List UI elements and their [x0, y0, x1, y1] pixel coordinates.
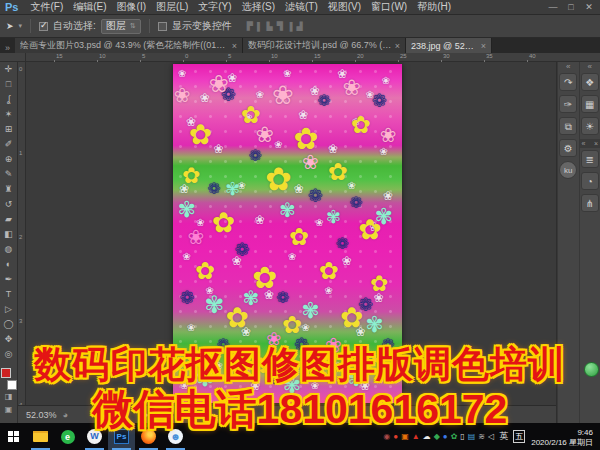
menu-item[interactable]: 图像(I): [112, 0, 151, 14]
tray-icon[interactable]: ●: [443, 433, 448, 441]
status-arrow-icon[interactable]: ▶: [144, 411, 149, 419]
menu-item[interactable]: 滤镜(T): [280, 0, 323, 14]
menu-item[interactable]: 文字(Y): [193, 0, 236, 14]
chevron-down-icon[interactable]: ▾: [19, 22, 23, 30]
foreground-color-swatch[interactable]: [1, 368, 11, 378]
panel-ku-badge-icon[interactable]: ku: [559, 161, 577, 179]
tray-icon[interactable]: ☁: [423, 433, 431, 441]
taskbar-browser-360-icon[interactable]: e: [54, 423, 81, 450]
tool-eyedropper[interactable]: ✐: [0, 137, 18, 152]
tool-history-brush[interactable]: ↺: [0, 197, 18, 212]
tool-eraser[interactable]: ▰: [0, 212, 18, 227]
language-indicator[interactable]: 英: [497, 430, 510, 443]
canvas-image[interactable]: ❀❀❀❀❀❀❀❀❀❀❀❀❀❀❀❀❀❀❀❀❀❀❀❀❀❀❀❀❀❀❀❀❀❀❀❀❀❀❀❀…: [173, 64, 402, 403]
restore-button[interactable]: □: [563, 2, 579, 12]
tray-icon[interactable]: ●: [393, 433, 398, 441]
tool-pen[interactable]: ✒: [0, 272, 18, 287]
ime-indicator[interactable]: 五: [513, 430, 525, 443]
move-tool-icon[interactable]: ➤: [6, 21, 14, 31]
tab-close-icon[interactable]: ×: [232, 41, 237, 51]
menu-item[interactable]: 文件(F): [25, 0, 68, 14]
document-tab[interactable]: 238.jpg @ 52%(RGB/8#)×: [406, 38, 492, 53]
tray-icon[interactable]: ≋: [478, 433, 485, 441]
taskbar-clock[interactable]: 9:46 2020/2/16 星期日: [528, 426, 597, 448]
floating-green-badge[interactable]: [584, 362, 599, 377]
menu-item[interactable]: 图层(L): [151, 0, 193, 14]
flower-glyph: ❀: [272, 82, 294, 108]
align-icon[interactable]: ▜: [277, 22, 283, 31]
taskbar-word-icon[interactable]: W: [81, 423, 108, 450]
background-color-swatch[interactable]: [7, 380, 17, 390]
taskbar-contacts-icon[interactable]: ☻: [162, 423, 189, 450]
panel-history-icon[interactable]: ↷: [559, 73, 577, 91]
collapse-panels-icon[interactable]: «: [566, 62, 570, 71]
taskbar-explorer-icon[interactable]: [27, 423, 54, 450]
tray-icon[interactable]: ◉: [383, 433, 390, 441]
panel-close-icon[interactable]: ×: [594, 139, 598, 148]
menu-item[interactable]: 编辑(E): [68, 0, 111, 14]
workspace-arrows-icon[interactable]: »: [0, 43, 15, 53]
align-icon[interactable]: ▟: [297, 22, 303, 31]
color-swatches[interactable]: [1, 368, 17, 390]
tool-lasso[interactable]: ʆ: [0, 92, 18, 107]
document-tab[interactable]: 数码印花设计培训.psd @ 66.7% (数码印花设计培训数...×: [243, 38, 406, 53]
menu-item[interactable]: 选择(S): [237, 0, 280, 14]
tool-zoom[interactable]: ◎: [0, 347, 18, 362]
tray-icon[interactable]: ▣: [401, 433, 409, 441]
align-icon[interactable]: ▐: [287, 22, 293, 31]
tool-hand[interactable]: ✥: [0, 332, 18, 347]
tool-type[interactable]: T: [0, 287, 18, 302]
tray-icon[interactable]: ▯: [460, 433, 464, 441]
tool-move[interactable]: ✛: [0, 62, 18, 77]
panel-channels-icon[interactable]: ◔: [581, 172, 599, 190]
panel-tool-presets-icon[interactable]: ⚙: [559, 139, 577, 157]
tray-icon[interactable]: ◁: [488, 433, 494, 441]
taskbar-start-icon[interactable]: [0, 423, 27, 450]
tool-crop[interactable]: ⊞: [0, 122, 18, 137]
document-tab[interactable]: 绘画专业图片03.psd @ 43.9% (紫色花绘制作((017465)...…: [15, 38, 243, 53]
tool-healing-brush[interactable]: ⊕: [0, 152, 18, 167]
flower-glyph: ✾: [374, 206, 392, 228]
panel-color-icon[interactable]: ❖: [581, 73, 599, 91]
menu-item[interactable]: 窗口(W): [366, 0, 412, 14]
tool-rectangular-marquee[interactable]: □: [0, 77, 18, 92]
panel-swatches-icon[interactable]: ▦: [581, 95, 599, 113]
tool-clone-stamp[interactable]: ♜: [0, 182, 18, 197]
align-icon[interactable]: ▙: [267, 22, 273, 31]
auto-select-dropdown[interactable]: 图层 ⇅: [101, 19, 141, 34]
tray-icon[interactable]: ▲: [412, 433, 420, 441]
panel-paths-icon[interactable]: ⋔: [581, 194, 599, 212]
tool-paint-bucket[interactable]: ◧: [0, 227, 18, 242]
minimize-button[interactable]: —: [545, 2, 561, 12]
collapse-panels-icon[interactable]: «: [588, 62, 592, 71]
panel-brush-presets-icon[interactable]: ✑: [559, 95, 577, 113]
quick-mask-icon[interactable]: ◨: [5, 390, 13, 403]
panel-adjustments-icon[interactable]: ☀: [581, 117, 599, 135]
show-transform-checkbox[interactable]: [158, 22, 167, 31]
zoom-level-field[interactable]: 52.03%: [26, 410, 57, 420]
tray-icon[interactable]: ◆: [434, 433, 440, 441]
auto-select-checkbox[interactable]: [39, 22, 48, 31]
close-button[interactable]: ✕: [581, 2, 597, 12]
tab-close-icon[interactable]: ×: [481, 41, 486, 51]
tool-dodge[interactable]: ◐: [0, 257, 18, 272]
tray-icon[interactable]: ✿: [451, 433, 458, 441]
panel-clone-source-icon[interactable]: ⧉: [559, 117, 577, 135]
align-icon[interactable]: ▛: [247, 22, 253, 31]
taskbar-photoshop-icon[interactable]: Ps: [108, 423, 135, 450]
tray-icon[interactable]: ▤: [468, 433, 476, 441]
menu-item[interactable]: 视图(V): [323, 0, 366, 14]
screen-mode-icon[interactable]: ▣: [5, 403, 13, 416]
tool-ellipse-shape[interactable]: ◯: [0, 317, 18, 332]
taskbar-firefox-icon[interactable]: [135, 423, 162, 450]
menu-item[interactable]: 帮助(H): [412, 0, 456, 14]
align-icon[interactable]: ▌: [257, 22, 263, 31]
panel-layers-icon[interactable]: ≣: [581, 150, 599, 168]
tool-magic-wand[interactable]: ✶: [0, 107, 18, 122]
tool-path-selection[interactable]: ▷: [0, 302, 18, 317]
tool-brush[interactable]: ✎: [0, 167, 18, 182]
collapse-panels-icon[interactable]: «: [582, 139, 586, 148]
tab-close-icon[interactable]: ×: [395, 41, 400, 51]
tool-blur[interactable]: ◍: [0, 242, 18, 257]
doc-tabs: 绘画专业图片03.psd @ 43.9% (紫色花绘制作((017465)...…: [15, 38, 492, 53]
